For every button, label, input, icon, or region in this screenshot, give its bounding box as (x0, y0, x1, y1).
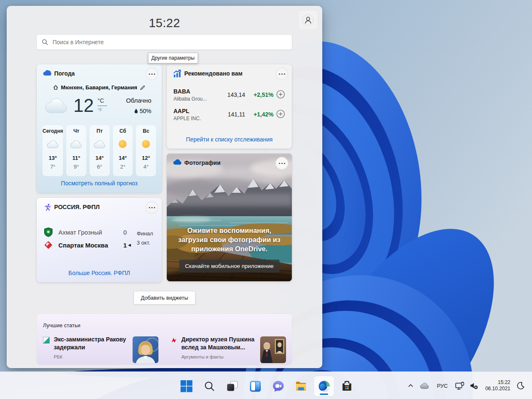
article-thumbnail (260, 336, 286, 363)
widget-header: РОССИЯ. РФПЛ (37, 198, 162, 216)
forecast-day[interactable]: Сб 14° 2° (113, 125, 133, 176)
photos-widget[interactable]: Фотографии Оживите воспоминания, загрузи… (167, 154, 292, 281)
sports-more-button[interactable] (146, 201, 158, 214)
weather-widget[interactable]: Погода Мюнхен, Бавария, Германия (37, 64, 162, 193)
edge-icon (318, 380, 331, 393)
chevron-up-icon (407, 382, 414, 389)
forecast-cloudy-icon (93, 138, 106, 150)
taskbar-search-button[interactable] (199, 376, 219, 396)
sports-title: РОССИЯ. РФПЛ (54, 204, 100, 210)
onedrive-tray-icon (420, 383, 429, 389)
watchlist-link[interactable]: Перейти к списку отслеживания (167, 136, 292, 143)
more-options-tooltip: Другие параметры (148, 53, 198, 63)
unit-fahrenheit[interactable]: °F (98, 107, 110, 112)
news-article[interactable]: Директор музея Пушкина вслед за Машковым… (171, 336, 286, 363)
taskbar: РУС 15:22 06.1 (0, 371, 532, 399)
search-input[interactable] (53, 39, 287, 45)
match-status: Финал (137, 229, 153, 238)
widgets-icon (249, 380, 261, 392)
search-icon (203, 380, 215, 392)
forecast-day[interactable]: Сегодня 13° 7° (43, 125, 63, 176)
weather-full-forecast-link[interactable]: Посмотреть полный прогноз (37, 180, 162, 187)
forecast-row: Сегодня 13° 7° Чт 11° 9° (43, 125, 156, 176)
runner-icon (43, 203, 51, 212)
unit-celsius[interactable]: °C (98, 97, 107, 106)
onedrive-cloud-icon (173, 159, 182, 165)
user-avatar-button[interactable] (299, 10, 318, 30)
person-icon (301, 13, 315, 27)
start-button[interactable] (176, 376, 196, 396)
add-to-watchlist-button[interactable] (275, 109, 286, 120)
task-view-icon (226, 380, 238, 392)
focus-assist-button[interactable] (512, 377, 529, 394)
web-search-bar[interactable] (37, 35, 292, 50)
tray-date: 06.10.2021 (485, 386, 510, 392)
stocks-chart-icon (173, 70, 181, 78)
stocks-title: Рекомендовано вам (184, 70, 243, 77)
news-article[interactable]: Экс-замминистра Ракову задержали РБК (43, 336, 158, 363)
precipitation-value: 50% (140, 108, 151, 114)
current-conditions: 12 °C °F Облачно 50% (43, 95, 151, 121)
tray-time: 15:22 (485, 379, 510, 386)
hidden-icons-button[interactable] (404, 377, 417, 394)
network-tray-button[interactable] (453, 377, 467, 394)
widgets-button[interactable] (245, 376, 265, 396)
download-mobile-app-button[interactable]: Скачайте мобильное приложение (179, 260, 280, 273)
stocks-more-button[interactable] (276, 68, 288, 80)
teams-chat-icon (272, 380, 285, 393)
current-condition-cloud-icon (45, 98, 68, 114)
precipitation: 50% (134, 108, 151, 114)
add-to-watchlist-button[interactable] (275, 89, 286, 100)
spartak-logo (43, 240, 53, 250)
add-widgets-button[interactable]: Добавить виджеты (133, 291, 196, 305)
aif-logo (171, 337, 177, 343)
winner-marker-icon: ◀ (127, 243, 131, 247)
sports-more-link[interactable]: Больше Россия. РФПЛ (37, 270, 162, 276)
photos-more-button[interactable] (276, 157, 288, 169)
top-stories-title: Лучшие статьи (43, 322, 80, 328)
widget-header: Фотографии (167, 154, 292, 172)
onedrive-tray-button[interactable] (417, 377, 432, 394)
store-icon (341, 380, 353, 392)
widget-header: Рекомендовано вам (167, 64, 292, 83)
language-indicator[interactable]: РУС (432, 377, 453, 394)
forecast-sun-icon (141, 138, 151, 150)
stock-row[interactable]: AAPL APPLE INC. 141,11 +1,42% (173, 108, 287, 123)
akhmat-logo (43, 227, 53, 237)
weather-title: Погода (54, 70, 75, 77)
edge-button[interactable] (314, 376, 334, 396)
forecast-day[interactable]: Пт 14° 6° (90, 125, 110, 176)
sports-widget[interactable]: РОССИЯ. РФПЛ Ахмат Грозный 0 (37, 198, 162, 282)
forecast-day[interactable]: Чт 11° 9° (66, 125, 86, 176)
desktop: 15:22 Другие параметры Пого (0, 0, 532, 399)
match-team-row[interactable]: Ахмат Грозный 0 (43, 227, 131, 237)
stock-row[interactable]: BABA Alibaba Grou... 143,14 +2,51% (173, 88, 287, 103)
panel-clock: 15:22 (7, 16, 322, 30)
volume-muted-icon (470, 382, 478, 389)
temperature-units: °C °F (98, 97, 110, 112)
weather-more-button[interactable] (146, 68, 158, 80)
taskbar-app-icons (176, 376, 357, 396)
plus-circle-icon (276, 90, 285, 99)
task-view-button[interactable] (222, 376, 242, 396)
forecast-cloudy-icon (47, 138, 59, 150)
stocks-widget[interactable]: Рекомендовано вам BABA Alibaba Grou... 1… (167, 64, 292, 149)
system-tray: РУС 15:22 06.1 (404, 372, 532, 399)
current-temperature: 12 (73, 95, 94, 116)
match-meta: Финал 3 окт. (137, 229, 153, 247)
store-button[interactable] (337, 376, 357, 396)
edit-pencil-icon[interactable] (140, 85, 146, 91)
match-team-row[interactable]: Спартак Москва 1 ◀ (43, 240, 131, 250)
weather-location: Мюнхен, Бавария, Германия (61, 84, 137, 91)
forecast-cloudy-icon (70, 138, 83, 150)
volume-tray-button[interactable] (467, 377, 481, 394)
tray-clock[interactable]: 15:22 06.10.2021 (481, 379, 512, 392)
top-stories-section: Лучшие статьи Экс-замминистра Ракову зад… (37, 314, 292, 365)
forecast-day[interactable]: Вс 12° 4° (136, 125, 156, 176)
weather-location-row[interactable]: Мюнхен, Бавария, Германия (37, 84, 162, 91)
chat-button[interactable] (268, 376, 288, 396)
weather-cloud-icon (43, 70, 52, 76)
droplet-icon (134, 109, 138, 114)
file-explorer-button[interactable] (291, 376, 311, 396)
widget-header: Погода (37, 64, 162, 83)
